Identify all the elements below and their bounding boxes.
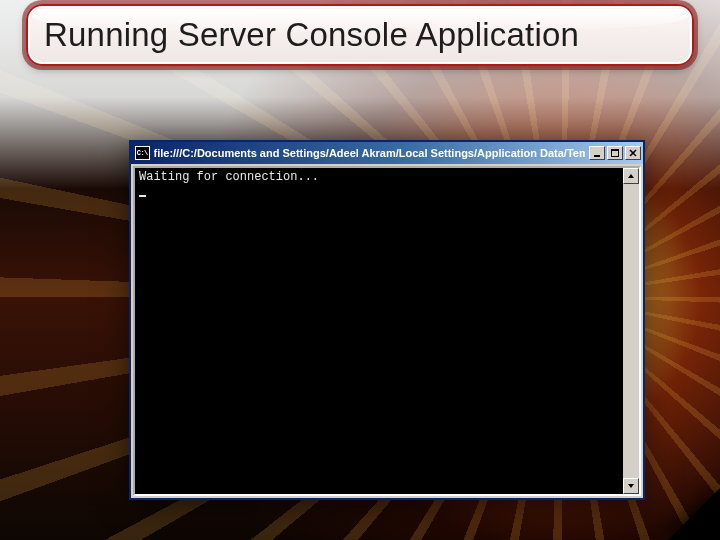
chevron-up-icon xyxy=(627,172,635,180)
svg-rect-0 xyxy=(594,155,600,157)
window-title-text: file:///C:/Documents and Settings/Adeel … xyxy=(154,147,586,159)
console-output[interactable]: Waiting for connection... xyxy=(135,168,623,494)
minimize-button[interactable] xyxy=(589,146,605,160)
console-window: C:\ file:///C:/Documents and Settings/Ad… xyxy=(129,140,645,500)
scroll-up-button[interactable] xyxy=(623,168,639,184)
minimize-icon xyxy=(593,149,601,157)
page-curl-corner xyxy=(668,488,720,540)
cmd-icon-text: C:\ xyxy=(137,149,148,157)
slide-title: Running Server Console Application xyxy=(44,16,579,54)
scrollbar-track[interactable] xyxy=(623,184,639,478)
text-cursor xyxy=(139,195,146,197)
window-body: Waiting for connection... xyxy=(133,166,641,496)
scroll-down-button[interactable] xyxy=(623,478,639,494)
maximize-icon xyxy=(611,149,619,157)
slide-title-panel: Running Server Console Application xyxy=(26,4,694,66)
window-titlebar[interactable]: C:\ file:///C:/Documents and Settings/Ad… xyxy=(131,142,643,164)
vertical-scrollbar[interactable] xyxy=(623,168,639,494)
cmd-icon: C:\ xyxy=(135,146,150,160)
close-button[interactable] xyxy=(625,146,641,160)
close-icon xyxy=(629,149,637,157)
svg-rect-2 xyxy=(611,149,619,151)
chevron-down-icon xyxy=(627,482,635,490)
window-controls xyxy=(589,146,643,160)
console-line: Waiting for connection... xyxy=(139,170,319,184)
maximize-button[interactable] xyxy=(607,146,623,160)
